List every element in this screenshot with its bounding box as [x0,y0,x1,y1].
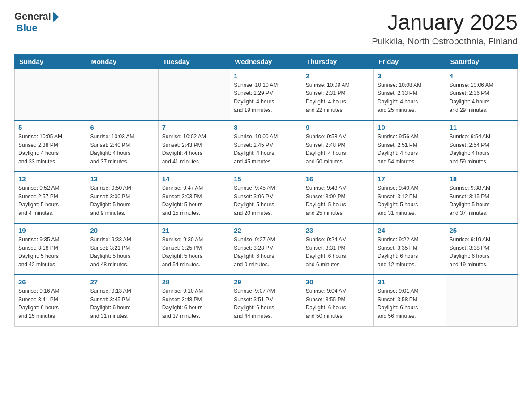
calendar-day-cell: 2Sunrise: 10:09 AM Sunset: 2:31 PM Dayli… [302,69,373,120]
calendar-day-cell: 14Sunrise: 9:47 AM Sunset: 3:03 PM Dayli… [158,172,230,223]
day-info: Sunrise: 10:03 AM Sunset: 2:40 PM Daylig… [90,133,154,166]
day-info: Sunrise: 9:16 AM Sunset: 3:41 PM Dayligh… [18,287,82,320]
day-info: Sunrise: 9:22 AM Sunset: 3:35 PM Dayligh… [378,235,442,269]
day-number: 12 [18,175,82,183]
day-info: Sunrise: 9:01 AM Sunset: 3:58 PM Dayligh… [378,287,442,320]
calendar-body: 1Sunrise: 10:10 AM Sunset: 2:29 PM Dayli… [15,69,518,326]
day-info: Sunrise: 9:24 AM Sunset: 3:31 PM Dayligh… [306,235,370,269]
calendar-week-row: 12Sunrise: 9:52 AM Sunset: 2:57 PM Dayli… [15,172,518,223]
day-info: Sunrise: 9:52 AM Sunset: 2:57 PM Dayligh… [18,184,82,217]
day-info: Sunrise: 9:54 AM Sunset: 2:54 PM Dayligh… [450,133,514,166]
day-info: Sunrise: 9:50 AM Sunset: 3:00 PM Dayligh… [90,184,154,217]
logo-general-text: General [14,11,51,22]
day-info: Sunrise: 9:35 AM Sunset: 3:18 PM Dayligh… [18,235,82,269]
day-number: 30 [306,278,370,286]
calendar-day-cell [446,275,517,326]
calendar-day-cell: 16Sunrise: 9:43 AM Sunset: 3:09 PM Dayli… [302,172,373,223]
weekday-header-row: SundayMondayTuesdayWednesdayThursdayFrid… [15,54,518,69]
day-info: Sunrise: 10:02 AM Sunset: 2:43 PM Daylig… [162,133,226,166]
day-info: Sunrise: 9:38 AM Sunset: 3:15 PM Dayligh… [450,184,514,217]
calendar-day-cell: 21Sunrise: 9:30 AM Sunset: 3:25 PM Dayli… [158,223,230,275]
calendar-day-cell: 11Sunrise: 9:54 AM Sunset: 2:54 PM Dayli… [446,120,517,172]
weekday-header-monday: Monday [86,54,158,69]
logo-blue-text: Blue [16,22,38,34]
day-number: 28 [162,278,226,286]
day-number: 6 [90,124,154,131]
day-number: 24 [378,227,442,234]
day-info: Sunrise: 10:10 AM Sunset: 2:29 PM Daylig… [234,81,298,114]
weekday-header-tuesday: Tuesday [158,54,230,69]
page-header: General Blue January 2025 Pulkkila, Nort… [14,11,518,47]
calendar-day-cell: 9Sunrise: 9:58 AM Sunset: 2:48 PM Daylig… [302,120,373,172]
calendar-day-cell: 1Sunrise: 10:10 AM Sunset: 2:29 PM Dayli… [230,69,302,120]
day-info: Sunrise: 10:06 AM Sunset: 2:36 PM Daylig… [450,81,514,114]
calendar-week-row: 1Sunrise: 10:10 AM Sunset: 2:29 PM Dayli… [15,69,518,120]
day-info: Sunrise: 9:27 AM Sunset: 3:28 PM Dayligh… [234,235,298,269]
calendar-day-cell: 29Sunrise: 9:07 AM Sunset: 3:51 PM Dayli… [230,275,302,326]
day-number: 15 [234,175,298,183]
calendar-day-cell: 26Sunrise: 9:16 AM Sunset: 3:41 PM Dayli… [15,275,86,326]
day-number: 2 [306,72,370,80]
day-number: 26 [18,278,82,286]
day-number: 20 [90,227,154,234]
day-number: 14 [162,175,226,183]
day-number: 21 [162,227,226,234]
day-info: Sunrise: 9:10 AM Sunset: 3:48 PM Dayligh… [162,287,226,320]
calendar-week-row: 5Sunrise: 10:05 AM Sunset: 2:38 PM Dayli… [15,120,518,172]
calendar-day-cell: 18Sunrise: 9:38 AM Sunset: 3:15 PM Dayli… [446,172,517,223]
day-info: Sunrise: 9:43 AM Sunset: 3:09 PM Dayligh… [306,184,370,217]
calendar-header: SundayMondayTuesdayWednesdayThursdayFrid… [15,54,518,69]
weekday-header-sunday: Sunday [15,54,86,69]
calendar-table: SundayMondayTuesdayWednesdayThursdayFrid… [14,54,518,327]
calendar-day-cell: 3Sunrise: 10:08 AM Sunset: 2:33 PM Dayli… [374,69,446,120]
day-number: 17 [378,175,442,183]
day-info: Sunrise: 9:07 AM Sunset: 3:51 PM Dayligh… [234,287,298,320]
calendar-day-cell: 27Sunrise: 9:13 AM Sunset: 3:45 PM Dayli… [86,275,158,326]
calendar-day-cell: 25Sunrise: 9:19 AM Sunset: 3:38 PM Dayli… [446,223,517,275]
day-number: 29 [234,278,298,286]
day-number: 9 [306,124,370,131]
page-title: January 2025 [372,11,518,34]
calendar-day-cell: 28Sunrise: 9:10 AM Sunset: 3:48 PM Dayli… [158,275,230,326]
page-subtitle: Pulkkila, North Ostrobothnia, Finland [372,36,518,47]
calendar-day-cell: 23Sunrise: 9:24 AM Sunset: 3:31 PM Dayli… [302,223,373,275]
calendar-day-cell: 31Sunrise: 9:01 AM Sunset: 3:58 PM Dayli… [374,275,446,326]
calendar-day-cell: 6Sunrise: 10:03 AM Sunset: 2:40 PM Dayli… [86,120,158,172]
calendar-day-cell: 4Sunrise: 10:06 AM Sunset: 2:36 PM Dayli… [446,69,517,120]
calendar-day-cell: 13Sunrise: 9:50 AM Sunset: 3:00 PM Dayli… [86,172,158,223]
calendar-day-cell: 17Sunrise: 9:40 AM Sunset: 3:12 PM Dayli… [374,172,446,223]
day-info: Sunrise: 9:30 AM Sunset: 3:25 PM Dayligh… [162,235,226,269]
calendar-day-cell: 22Sunrise: 9:27 AM Sunset: 3:28 PM Dayli… [230,223,302,275]
title-block: January 2025 Pulkkila, North Ostrobothni… [372,11,518,47]
logo: General Blue [14,11,59,34]
calendar-day-cell: 5Sunrise: 10:05 AM Sunset: 2:38 PM Dayli… [15,120,86,172]
day-info: Sunrise: 9:56 AM Sunset: 2:51 PM Dayligh… [378,133,442,166]
weekday-header-thursday: Thursday [302,54,373,69]
day-number: 23 [306,227,370,234]
day-number: 5 [18,124,82,131]
day-number: 22 [234,227,298,234]
day-number: 10 [378,124,442,131]
calendar-day-cell: 15Sunrise: 9:45 AM Sunset: 3:06 PM Dayli… [230,172,302,223]
calendar-day-cell [86,69,158,120]
day-number: 18 [450,175,514,183]
calendar-day-cell: 8Sunrise: 10:00 AM Sunset: 2:45 PM Dayli… [230,120,302,172]
calendar-day-cell: 24Sunrise: 9:22 AM Sunset: 3:35 PM Dayli… [374,223,446,275]
calendar-day-cell: 19Sunrise: 9:35 AM Sunset: 3:18 PM Dayli… [15,223,86,275]
day-number: 7 [162,124,226,131]
day-number: 8 [234,124,298,131]
day-info: Sunrise: 9:45 AM Sunset: 3:06 PM Dayligh… [234,184,298,217]
weekday-header-saturday: Saturday [446,54,517,69]
day-number: 13 [90,175,154,183]
day-info: Sunrise: 10:08 AM Sunset: 2:33 PM Daylig… [378,81,442,114]
calendar-day-cell: 10Sunrise: 9:56 AM Sunset: 2:51 PM Dayli… [374,120,446,172]
calendar-week-row: 26Sunrise: 9:16 AM Sunset: 3:41 PM Dayli… [15,275,518,326]
day-info: Sunrise: 9:19 AM Sunset: 3:38 PM Dayligh… [450,235,514,269]
day-info: Sunrise: 9:33 AM Sunset: 3:21 PM Dayligh… [90,235,154,269]
logo-arrow-icon [53,12,59,22]
day-info: Sunrise: 9:04 AM Sunset: 3:55 PM Dayligh… [306,287,370,320]
calendar-day-cell [158,69,230,120]
calendar-week-row: 19Sunrise: 9:35 AM Sunset: 3:18 PM Dayli… [15,223,518,275]
day-info: Sunrise: 9:58 AM Sunset: 2:48 PM Dayligh… [306,133,370,166]
calendar-day-cell: 7Sunrise: 10:02 AM Sunset: 2:43 PM Dayli… [158,120,230,172]
